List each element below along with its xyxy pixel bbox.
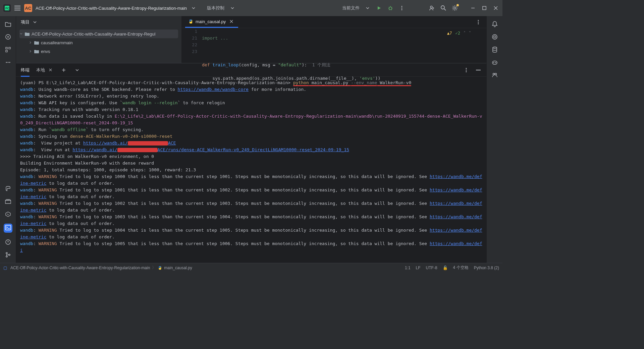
maximize-icon[interactable] bbox=[481, 5, 488, 11]
app-icon: PC bbox=[3, 4, 11, 12]
svg-point-20 bbox=[6, 252, 7, 254]
tree-label: envs bbox=[41, 49, 50, 54]
svg-point-17 bbox=[9, 62, 10, 63]
svg-point-30 bbox=[492, 35, 497, 39]
debug-icon[interactable] bbox=[387, 5, 394, 11]
right-tool-rail bbox=[486, 16, 502, 263]
svg-rect-9 bbox=[483, 6, 486, 10]
services-icon[interactable] bbox=[5, 211, 11, 218]
chevron-down-icon[interactable] bbox=[229, 5, 236, 11]
cursor-position[interactable]: 1:1 bbox=[405, 266, 411, 270]
chevron-down-icon[interactable] bbox=[32, 19, 38, 25]
svg-point-31 bbox=[493, 47, 497, 48]
packages-icon[interactable] bbox=[5, 198, 11, 205]
code-with-me-icon[interactable] bbox=[429, 5, 435, 11]
breadcrumb[interactable]: ACE-Off-Policy-Actor-Critic-with-Causali… bbox=[10, 265, 192, 271]
chevron-down-icon[interactable] bbox=[190, 5, 197, 11]
tree-item[interactable]: envs bbox=[19, 47, 178, 56]
close-icon[interactable] bbox=[492, 5, 499, 11]
plus-icon[interactable] bbox=[60, 67, 67, 73]
svg-point-34 bbox=[495, 62, 496, 63]
svg-point-11 bbox=[7, 36, 9, 38]
svg-point-33 bbox=[493, 62, 494, 63]
ai-assist-icon[interactable] bbox=[491, 34, 498, 40]
svg-point-25 bbox=[478, 23, 479, 24]
run-config-selector[interactable]: 当前文件 bbox=[342, 5, 360, 11]
vcs-icon[interactable] bbox=[5, 251, 11, 258]
run-icon[interactable] bbox=[376, 5, 382, 11]
svg-point-36 bbox=[495, 73, 496, 75]
indent-label[interactable]: 4 个空格 bbox=[453, 265, 469, 271]
chevron-down-icon[interactable] bbox=[364, 5, 371, 11]
svg-point-5 bbox=[401, 9, 402, 10]
terminal-output[interactable]: (yuan) PS E:\2_Life\2_Lab\ACE-Off-Policy… bbox=[16, 77, 486, 263]
svg-point-7 bbox=[441, 6, 444, 9]
tab-label: main_causal.py bbox=[196, 19, 226, 24]
settings-icon[interactable] bbox=[451, 5, 458, 11]
project-panel: 项目 ACE-Off-Policy-Actor-Critic-with-Caus… bbox=[16, 16, 182, 63]
interpreter[interactable]: Python 3.8 (2) bbox=[474, 266, 499, 270]
project-badge[interactable]: AC bbox=[24, 4, 32, 12]
svg-point-24 bbox=[478, 21, 479, 22]
editor-more-icon[interactable] bbox=[475, 19, 482, 25]
python-console-icon[interactable] bbox=[5, 185, 11, 192]
status-bar: ▢ ACE-Off-Policy-Actor-Critic-with-Causa… bbox=[0, 263, 502, 272]
lock-icon[interactable]: 🔓 bbox=[443, 266, 448, 270]
svg-point-4 bbox=[401, 8, 402, 9]
chevron-down-icon[interactable] bbox=[74, 67, 80, 73]
svg-point-23 bbox=[478, 20, 479, 21]
project-tool-icon[interactable] bbox=[5, 21, 11, 27]
svg-rect-32 bbox=[492, 61, 497, 64]
svg-point-6 bbox=[430, 6, 432, 8]
tree-item[interactable]: causallearnmain bbox=[19, 38, 178, 47]
svg-point-21 bbox=[6, 256, 7, 257]
project-name[interactable]: ACE-Off-Policy-Actor-Critic-with-Causali… bbox=[36, 6, 187, 11]
close-tab-icon[interactable] bbox=[228, 18, 235, 25]
svg-point-3 bbox=[401, 6, 402, 7]
minimize-icon[interactable] bbox=[470, 5, 476, 11]
titlebar: PC AC ACE-Off-Policy-Actor-Critic-with-C… bbox=[0, 0, 502, 16]
terminal-tab[interactable]: 终端 bbox=[21, 63, 30, 77]
file-encoding[interactable]: UTF-8 bbox=[426, 266, 437, 270]
tree-label: ACE-Off-Policy-Actor-Critic-with-Causali… bbox=[32, 32, 155, 37]
svg-point-35 bbox=[493, 73, 494, 75]
line-separator[interactable]: LF bbox=[416, 266, 421, 270]
svg-rect-12 bbox=[6, 47, 7, 49]
problems-icon[interactable] bbox=[5, 239, 11, 245]
tree-root[interactable]: ACE-Off-Policy-Actor-Critic-with-Causali… bbox=[19, 30, 178, 38]
svg-point-16 bbox=[7, 62, 8, 63]
project-panel-title: 项目 bbox=[21, 19, 30, 25]
file-tab[interactable]: main_causal.py bbox=[185, 16, 238, 28]
more-tool-icon[interactable] bbox=[5, 59, 11, 66]
module-icon: ▢ bbox=[3, 266, 7, 270]
structure-tool-icon[interactable] bbox=[5, 46, 11, 53]
terminal-session-tab[interactable]: 本地 bbox=[36, 67, 54, 73]
search-icon[interactable] bbox=[440, 5, 447, 11]
commit-tool-icon[interactable] bbox=[5, 34, 11, 40]
svg-point-22 bbox=[9, 254, 10, 255]
editor-area: main_causal.py 1212223 import ... def tr… bbox=[182, 16, 486, 63]
terminal-tool-icon[interactable] bbox=[4, 224, 12, 233]
svg-point-15 bbox=[6, 62, 7, 63]
svg-text:PC: PC bbox=[5, 7, 10, 10]
tree-label: causallearnmain bbox=[41, 40, 73, 45]
python-file-icon bbox=[189, 19, 193, 24]
left-tool-rail bbox=[0, 16, 16, 263]
python-file-icon bbox=[158, 266, 162, 270]
svg-point-8 bbox=[454, 7, 456, 9]
notifications-icon[interactable] bbox=[491, 21, 498, 27]
svg-rect-13 bbox=[9, 47, 10, 49]
vcs-menu[interactable]: 版本控制 bbox=[207, 5, 224, 11]
inspection-widget[interactable]: ▲7 ✓2 ˄ ˅ bbox=[447, 31, 471, 36]
database-icon[interactable] bbox=[491, 46, 498, 53]
svg-rect-18 bbox=[5, 225, 11, 230]
hamburger-menu-icon[interactable] bbox=[14, 5, 21, 11]
more-icon[interactable] bbox=[398, 5, 405, 11]
copilot-icon[interactable] bbox=[491, 59, 498, 66]
collab-icon[interactable] bbox=[491, 72, 498, 78]
close-session-icon[interactable] bbox=[47, 67, 54, 73]
gutter: 1212223 bbox=[182, 28, 202, 95]
svg-rect-14 bbox=[6, 50, 7, 52]
